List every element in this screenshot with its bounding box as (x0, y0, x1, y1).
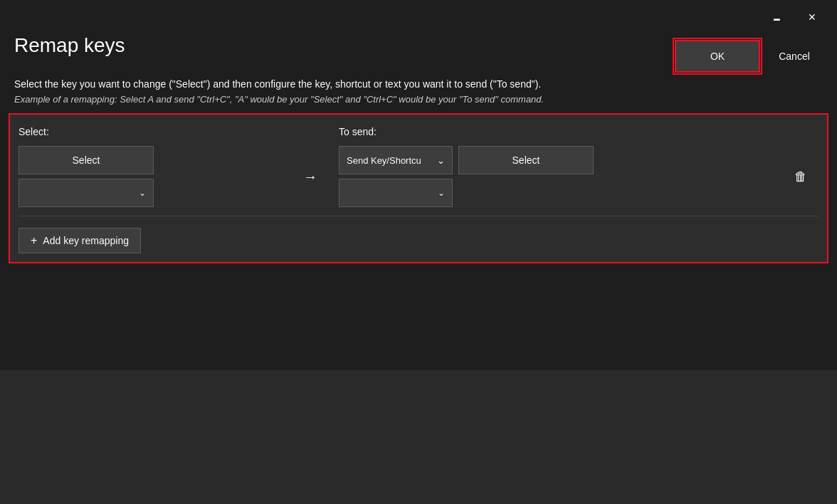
tosend-column-header: To send: (339, 126, 377, 137)
cancel-button[interactable]: Cancel (766, 40, 823, 73)
description-example: Example of a remapping: Select A and sen… (14, 94, 823, 105)
window-controls: 🗕 ✕ (760, 6, 828, 28)
tosend-top-row: Send Key/Shortcu ⌄ Select (339, 146, 783, 174)
delete-row-button[interactable]: 🗑 (788, 164, 814, 189)
table-row: Select ⌄ → Send Key/Shortcu ⌄ Select (19, 146, 818, 207)
add-remapping-label: Add key remapping (43, 235, 129, 246)
arrow-column: → (282, 169, 339, 185)
ok-button[interactable]: OK (675, 40, 760, 73)
trash-icon: 🗑 (794, 169, 807, 184)
minimize-icon: 🗕 (772, 11, 781, 23)
arrow-icon: → (303, 169, 317, 185)
tosend-select-button[interactable]: Select (458, 146, 594, 174)
main-window: 🗕 ✕ Remap keys OK Cancel Select the key … (0, 0, 837, 370)
description-area: Select the key you want to change ("Sele… (0, 78, 837, 113)
separator (19, 216, 818, 216)
close-button[interactable]: ✕ (796, 6, 828, 28)
tosend-sub-dropdown[interactable]: ⌄ (339, 179, 453, 207)
close-icon: ✕ (808, 11, 816, 23)
table-header: Select: To send: (19, 123, 818, 146)
send-key-type-dropdown[interactable]: Send Key/Shortcu ⌄ (339, 146, 453, 174)
tosend-column: Send Key/Shortcu ⌄ Select ⌄ (339, 146, 783, 207)
plus-icon: + (31, 234, 37, 247)
select-column-header: Select: (19, 126, 282, 137)
remapping-table: Select: To send: Select ⌄ → Send Key/ (9, 113, 828, 263)
chevron-down-icon: ⌄ (437, 155, 445, 166)
arrow-column-header (282, 126, 339, 137)
send-key-label: Send Key/Shortcu (347, 155, 421, 166)
title-bar: 🗕 ✕ (0, 0, 837, 34)
chevron-down-icon: ⌄ (139, 188, 146, 198)
chevron-down-icon: ⌄ (438, 188, 445, 198)
select-key-dropdown[interactable]: ⌄ (19, 179, 154, 207)
minimize-button[interactable]: 🗕 (760, 6, 793, 28)
add-remapping-button[interactable]: + Add key remapping (19, 228, 141, 253)
tosend-bottom-row: ⌄ (339, 179, 783, 207)
description-main: Select the key you want to change ("Sele… (14, 78, 823, 90)
select-column: Select ⌄ (19, 146, 282, 207)
page-title: Remap keys (14, 34, 125, 57)
select-key-button[interactable]: Select (19, 146, 154, 174)
delete-column: 🗑 (783, 164, 818, 189)
